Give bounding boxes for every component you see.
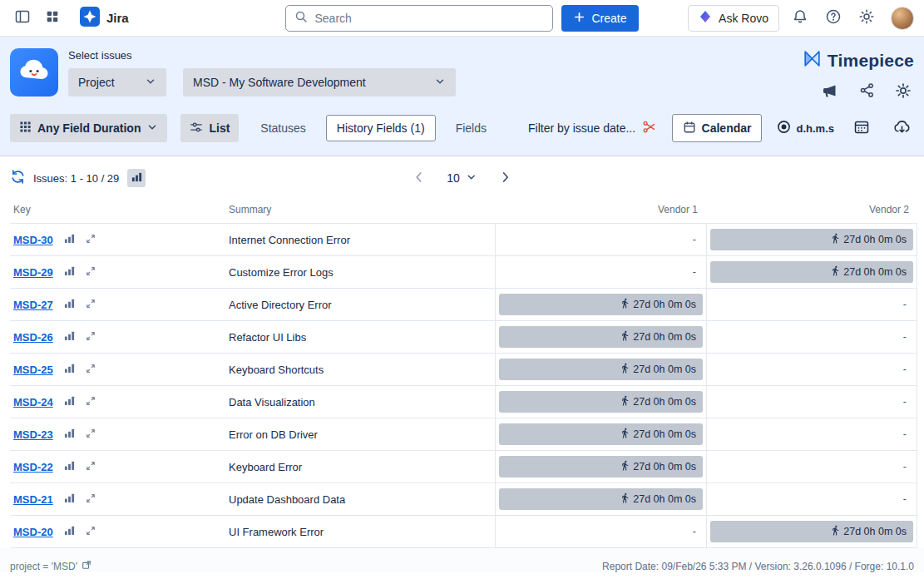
issues-count-label: Issues: 1 - 10 / 29 [33, 172, 119, 185]
field-duration-select[interactable]: Any Field Duration [10, 114, 167, 142]
duration-value: - [693, 266, 696, 278]
bar-chart-icon [64, 298, 75, 311]
timepiece-app-icon [10, 48, 58, 96]
tab-fields[interactable]: Fields [449, 116, 493, 140]
walking-person-icon [620, 395, 630, 408]
issue-key-link[interactable]: MSD-26 [13, 331, 53, 344]
issue-key-link[interactable]: MSD-24 [13, 396, 53, 408]
issue-expand-button[interactable] [86, 266, 96, 279]
duration-value: 27d 0h 0m 0s [633, 493, 696, 505]
ask-rovo-button[interactable]: Ask Rovo [688, 5, 779, 32]
app-switcher-button[interactable] [40, 6, 65, 31]
issue-expand-button[interactable] [86, 526, 96, 538]
issue-chart-button[interactable] [64, 298, 75, 311]
rovo-icon [699, 10, 712, 26]
issue-chart-button[interactable] [64, 525, 75, 538]
view-list-button[interactable]: List [180, 114, 239, 142]
cloud-download-icon [893, 119, 911, 138]
help-button[interactable] [821, 6, 846, 31]
search-box[interactable] [285, 5, 553, 32]
issues-chart-button[interactable] [127, 169, 146, 187]
issue-expand-button[interactable] [86, 396, 96, 408]
issue-chart-button[interactable] [64, 363, 75, 376]
filter-by-issue-date-button[interactable]: Filter by issue date... [528, 120, 656, 136]
search-input[interactable] [314, 12, 544, 25]
scope-select[interactable]: Project [68, 68, 166, 96]
issue-key-link[interactable]: MSD-23 [13, 428, 53, 441]
settings-button[interactable] [854, 6, 879, 31]
grid-icon [19, 121, 32, 136]
announcements-button[interactable] [821, 82, 839, 101]
sidebar-toggle-button[interactable] [10, 6, 35, 31]
history-fields-button[interactable]: History Fields (1) [326, 115, 436, 141]
expand-diagonal-icon [86, 331, 96, 344]
issue-chart-button[interactable] [64, 460, 75, 473]
bar-chart-icon [64, 460, 75, 473]
duration-pill: 27d 0h 0m 0s [499, 423, 703, 445]
issue-expand-button[interactable] [86, 493, 96, 506]
project-select[interactable]: MSD - My Software Development [183, 68, 456, 96]
share-button[interactable] [857, 82, 876, 101]
issue-chart-button[interactable] [64, 233, 75, 246]
issue-key-link[interactable]: MSD-27 [13, 299, 53, 311]
duration-pill: 27d 0h 0m 0s [499, 294, 703, 315]
filter-by-issue-date-label: Filter by issue date... [528, 121, 635, 135]
user-avatar[interactable] [891, 7, 914, 30]
page-size-select[interactable]: 10 [447, 171, 477, 186]
issue-expand-button[interactable] [86, 299, 96, 311]
duration-pill: 27d 0h 0m 0s [499, 326, 703, 348]
issue-expand-button[interactable] [86, 234, 96, 246]
tab-statuses[interactable]: Statuses [254, 116, 312, 140]
timepiece-brand: Timepiece [802, 48, 914, 72]
calendar-button[interactable]: Calendar [672, 114, 763, 142]
refresh-button[interactable] [10, 169, 26, 187]
vendor2-cell: - [706, 418, 917, 450]
duration-pill: - [710, 326, 913, 348]
expand-diagonal-icon [86, 396, 96, 408]
duration-pill: - [499, 261, 703, 283]
table-row: MSD-24 Data Visualization [10, 385, 917, 418]
issue-chart-button[interactable] [64, 265, 75, 279]
next-page-button[interactable] [497, 169, 514, 188]
bar-chart-icon [64, 363, 75, 376]
duration-format-toggle[interactable]: d.h.m.s [777, 120, 834, 136]
vendor2-cell: 27d 0h 0m 0s [706, 256, 917, 288]
issue-summary: UI Framework Error [229, 526, 495, 538]
issue-chart-button[interactable] [64, 330, 75, 344]
issue-expand-button[interactable] [86, 461, 96, 473]
issue-key-link[interactable]: MSD-30 [13, 234, 53, 246]
jira-brand[interactable]: Jira [80, 7, 129, 29]
vendor2-cell: - [706, 451, 917, 482]
jql-link[interactable]: project = 'MSD' [10, 560, 91, 572]
duration-value: - [903, 299, 907, 310]
issue-key-link[interactable]: MSD-22 [13, 461, 53, 473]
table-header-row: Key Summary Vendor 1 Vendor 2 [10, 196, 917, 223]
expand-diagonal-icon [86, 428, 96, 441]
create-button[interactable]: Create [561, 5, 638, 32]
issue-key-link[interactable]: MSD-29 [13, 266, 53, 279]
working-calendar-button[interactable] [849, 116, 874, 141]
walking-person-icon [620, 298, 630, 311]
chevron-down-icon [145, 76, 156, 90]
issue-expand-button[interactable] [86, 331, 96, 344]
app-settings-button[interactable] [894, 82, 912, 101]
issue-key-link[interactable]: MSD-20 [13, 526, 53, 538]
ask-rovo-label: Ask Rovo [719, 12, 768, 25]
issue-chart-button[interactable] [64, 395, 75, 408]
prev-page-button[interactable] [410, 169, 427, 188]
walking-person-icon [830, 233, 841, 246]
walking-person-icon [620, 363, 630, 376]
duration-pill: 27d 0h 0m 0s [499, 456, 703, 478]
export-button[interactable] [889, 116, 914, 141]
project-select-value: MSD - My Software Development [193, 76, 366, 89]
duration-value: - [693, 234, 696, 245]
notifications-button[interactable] [788, 6, 813, 31]
issue-chart-button[interactable] [64, 428, 75, 441]
issue-chart-button[interactable] [64, 492, 75, 506]
issue-key-link[interactable]: MSD-25 [13, 364, 53, 376]
issue-expand-button[interactable] [86, 364, 96, 376]
issue-expand-button[interactable] [86, 428, 96, 441]
duration-value: - [903, 461, 907, 473]
issue-key-link[interactable]: MSD-21 [13, 493, 53, 506]
expand-diagonal-icon [86, 364, 96, 376]
